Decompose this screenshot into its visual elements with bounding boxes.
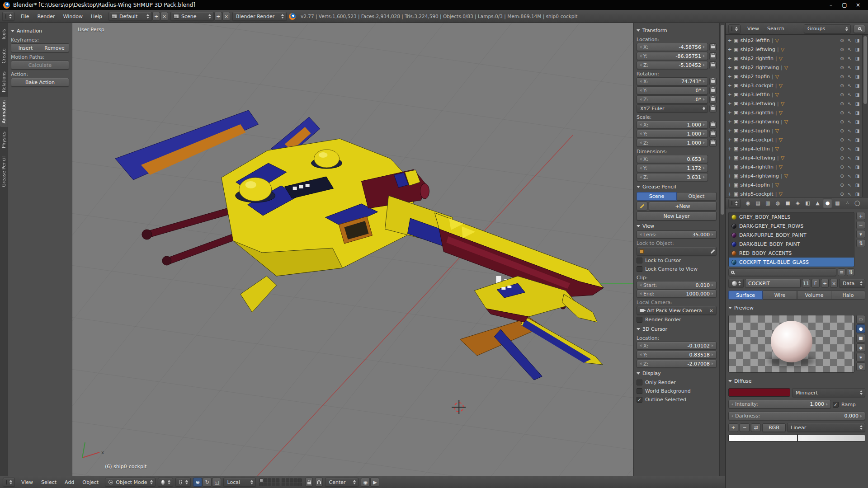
object-name[interactable]: ship4-rightfin — [740, 164, 773, 170]
layer-toggle[interactable] — [259, 483, 263, 486]
lock-to-object-picker[interactable] — [637, 247, 717, 256]
object-name[interactable]: ship3-leftfin — [740, 92, 769, 98]
ramp-stop-marker[interactable] — [797, 434, 798, 442]
slot-tool-button[interactable]: ▾ — [856, 230, 865, 238]
object-name[interactable]: ship4-cockpit — [740, 137, 773, 143]
expand-icon[interactable] — [727, 101, 732, 107]
menu-item[interactable]: Search — [763, 24, 788, 33]
filter-sort-button[interactable]: ≡ — [838, 268, 845, 276]
cursor-3d[interactable] — [454, 402, 464, 412]
lens-field[interactable]: Lens: 35.000 — [637, 230, 717, 239]
outliner-row[interactable]: ship4-topfin — [727, 180, 862, 189]
cursor-axis-field[interactable]: X: -0.10102 — [637, 342, 717, 350]
n-panel-scrollbar[interactable] — [719, 23, 725, 476]
material-name-field[interactable]: COCKPIT — [745, 279, 801, 288]
material-slot[interactable]: RED_BODY_ACCENTS — [729, 249, 854, 258]
properties-tab-icon[interactable]: ◉ — [743, 198, 753, 208]
outliner-row[interactable]: ship2-rightfin — [727, 54, 862, 63]
manipulator-toggle[interactable]: ◱ — [212, 478, 221, 487]
clip-start-field[interactable]: Start: 0.010 — [637, 281, 717, 289]
cursor-axis-field[interactable]: Y: 0.83518 — [637, 351, 717, 359]
selectability-arrow-icon[interactable] — [847, 47, 853, 52]
material-link-dropdown[interactable]: Data — [839, 279, 865, 288]
properties-tab-icon[interactable]: ■ — [783, 198, 793, 208]
ramp-delete-stop-button[interactable]: − — [740, 423, 750, 432]
lock-rotation-button[interactable] — [709, 105, 717, 113]
object-name[interactable]: ship4-leftwing — [740, 155, 775, 161]
expand-icon[interactable] — [727, 119, 732, 125]
lock-axis-button[interactable] — [709, 96, 717, 103]
layer-toggle[interactable] — [282, 479, 285, 482]
editor-type-button[interactable] — [2, 12, 14, 21]
rotation-axis-field[interactable]: X: 74.743° — [637, 77, 708, 85]
tool-tab[interactable]: Grease Pencil — [0, 153, 8, 191]
manipulator-toggle[interactable]: ⊕ — [193, 478, 202, 487]
lock-axis-button[interactable] — [709, 61, 717, 69]
delete-scene-button[interactable] — [222, 12, 230, 21]
properties-tab-icon[interactable]: ◈ — [793, 198, 802, 208]
render-restrict-icon[interactable] — [854, 92, 860, 97]
display-panel-header[interactable]: Display — [637, 369, 717, 378]
render-restrict-icon[interactable] — [854, 101, 860, 106]
users-count-button[interactable]: 11 — [802, 279, 810, 288]
object-name[interactable]: ship2-rightwing — [740, 65, 779, 70]
outliner-row[interactable]: ship4-rightfin — [727, 162, 862, 171]
display-option-checkbox[interactable]: World Background — [637, 387, 717, 395]
object-name[interactable]: ship3-leftwing — [740, 101, 775, 107]
selectability-arrow-icon[interactable] — [847, 92, 853, 97]
ramp-interpolation-dropdown[interactable]: Linear — [787, 423, 865, 432]
render-restrict-icon[interactable] — [854, 183, 860, 188]
expand-icon[interactable] — [727, 65, 732, 70]
lock-to-cursor-checkbox[interactable]: Lock to Cursor — [637, 256, 717, 264]
preview-type-button[interactable]: ■ — [856, 334, 865, 343]
render-restrict-icon[interactable] — [854, 137, 860, 142]
add-scene-button[interactable] — [214, 12, 222, 21]
properties-tab-icon[interactable]: ◧ — [803, 198, 812, 208]
dimension-axis-field[interactable]: Y: 1.172 — [637, 164, 708, 172]
dimension-axis-field[interactable]: X: 0.653 — [637, 155, 708, 163]
render-restrict-icon[interactable] — [854, 164, 860, 169]
render-restrict-icon[interactable] — [854, 174, 860, 178]
properties-tab-icon[interactable]: ● — [823, 198, 832, 208]
scene-dropdown[interactable]: Scene — [170, 12, 214, 21]
selectability-arrow-icon[interactable] — [847, 155, 853, 160]
manipulator-toggle[interactable]: ↻ — [203, 478, 212, 487]
lock-axis-button[interactable] — [709, 43, 717, 51]
preview-type-button[interactable]: ◍ — [856, 362, 865, 371]
outliner-row[interactable]: ship3-cockpit — [727, 81, 862, 90]
selectability-arrow-icon[interactable] — [847, 119, 853, 124]
layer-toggle[interactable] — [286, 483, 289, 486]
diffuse-darkness-slider[interactable]: Darkness: 0.000 — [728, 412, 865, 420]
properties-tab-icon[interactable]: ▥ — [763, 198, 773, 208]
preview-type-button[interactable]: ◆ — [856, 343, 865, 352]
menu-item[interactable]: View — [17, 478, 37, 487]
visibility-eye-icon[interactable] — [839, 174, 845, 178]
selectability-arrow-icon[interactable] — [847, 101, 853, 106]
selectability-arrow-icon[interactable] — [847, 83, 853, 88]
preview-type-button[interactable]: ● — [856, 324, 865, 333]
expand-icon[interactable] — [727, 173, 732, 179]
ramp-checkbox[interactable]: Ramp — [833, 400, 865, 408]
render-restrict-icon[interactable] — [854, 47, 860, 52]
render-restrict-icon[interactable] — [854, 192, 860, 197]
selectability-arrow-icon[interactable] — [847, 146, 853, 151]
layer-toggle[interactable] — [272, 483, 275, 486]
layer-toggle[interactable] — [259, 479, 263, 482]
slot-tool-button[interactable]: ⇅ — [856, 239, 865, 247]
scrollbar-thumb[interactable] — [863, 36, 867, 104]
delete-screen-layout-button[interactable] — [160, 12, 168, 21]
checkbox-icon[interactable] — [637, 388, 642, 394]
display-option-checkbox[interactable]: Outline Selected — [637, 395, 717, 404]
selectability-arrow-icon[interactable] — [847, 183, 853, 188]
checkbox-icon[interactable] — [637, 266, 642, 272]
bake-action-button[interactable]: Bake Action — [11, 78, 69, 87]
lock-axis-button[interactable] — [709, 87, 717, 94]
selectability-arrow-icon[interactable] — [847, 128, 853, 133]
layer-toggle[interactable] — [290, 479, 293, 482]
dimension-axis-field[interactable]: Z: 3.631 — [637, 173, 708, 181]
layer-toggle[interactable] — [276, 483, 279, 486]
object-name[interactable]: ship3-rightwing — [740, 119, 779, 125]
render-restrict-icon[interactable] — [854, 146, 860, 151]
window-control-button[interactable]: ▢ — [838, 0, 851, 9]
tool-tab[interactable]: Animation — [0, 97, 8, 127]
